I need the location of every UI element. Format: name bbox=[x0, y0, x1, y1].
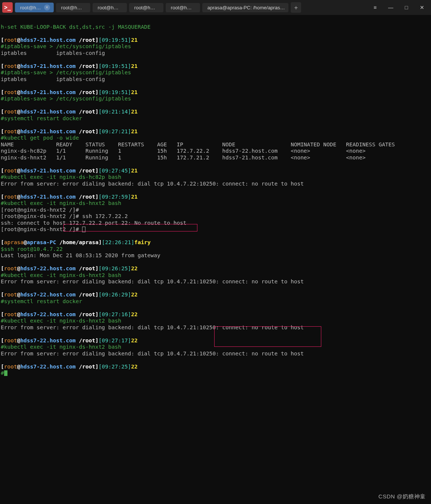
prompt-user: root bbox=[4, 292, 17, 298]
bracket: [ bbox=[1, 337, 4, 343]
prompt-num: 22 bbox=[131, 337, 137, 343]
bracket: [ bbox=[1, 265, 4, 271]
output-line: h-set KUBE-LOOP-BACK dst,dst,src -j MASQ… bbox=[1, 24, 151, 30]
prompt-host: hdss7-22.host.com bbox=[20, 311, 75, 317]
output-line: [root@nginx-ds-hnxt2 /]# ssh 172.7.22.2 bbox=[1, 213, 128, 219]
prompt-user: root bbox=[4, 265, 17, 271]
prompt-host: hdss7-22.host.com bbox=[20, 337, 75, 343]
bracket: [ bbox=[1, 128, 4, 134]
tab-3[interactable]: root@h… bbox=[93, 3, 127, 12]
command-line: #iptables-save > /etc/sysconfig/iptables bbox=[1, 43, 131, 49]
tab-5[interactable]: root@h… bbox=[166, 3, 200, 12]
prompt-host: hdss7-21.host.com bbox=[20, 128, 75, 134]
maximize-button[interactable]: □ bbox=[400, 2, 413, 13]
output-line: Error from server: error dialing backend… bbox=[1, 279, 304, 284]
prompt-user: root bbox=[4, 37, 17, 43]
tab-label: root@h… bbox=[20, 5, 41, 10]
titlebar: >_ root@h… × root@h… root@h… root@h… roo… bbox=[0, 0, 431, 15]
command-line: #kubectl exec -it nginx-ds-hnxt2 bash bbox=[1, 318, 121, 324]
prompt-user: root bbox=[4, 337, 17, 343]
bracket: [ bbox=[1, 364, 4, 370]
timestamp: [09:19:51] bbox=[99, 63, 131, 69]
prompt-num: 21 bbox=[131, 128, 137, 134]
command-line: $ssh root@10.4.7.22 bbox=[1, 246, 63, 252]
tab-label: aprasa@aprasa-PC: /home/apras… bbox=[207, 5, 285, 10]
bracket: [ bbox=[1, 292, 4, 298]
minimize-button[interactable]: — bbox=[384, 2, 397, 13]
prompt-host: hdss7-21.host.com bbox=[20, 63, 75, 69]
bracket: ] bbox=[95, 109, 99, 115]
prompt-host: hdss7-21.host.com bbox=[20, 168, 75, 174]
bracket: [ bbox=[1, 311, 4, 317]
output-line: Error from server: error dialing backend… bbox=[1, 324, 304, 330]
bracket: [ bbox=[1, 63, 4, 69]
cursor-icon bbox=[4, 370, 7, 376]
bracket: ] bbox=[99, 239, 102, 245]
prompt-path: /root bbox=[79, 168, 96, 174]
prompt-user: root bbox=[4, 194, 17, 200]
prompt-num: 22 bbox=[131, 364, 137, 370]
timestamp: [09:26:25] bbox=[99, 265, 131, 271]
tab-2[interactable]: root@h… bbox=[56, 3, 90, 12]
prompt-path: /root bbox=[79, 128, 96, 134]
output-line: iptables iptables-config bbox=[1, 76, 105, 82]
prompt-path: /root bbox=[79, 63, 96, 69]
prompt-user: root bbox=[4, 311, 17, 317]
bracket: [ bbox=[1, 37, 4, 43]
timestamp: [09:19:51] bbox=[99, 37, 131, 43]
command-line: #iptables-save > /etc/sysconfig/iptables bbox=[1, 69, 131, 75]
terminal-output[interactable]: h-set KUBE-LOOP-BACK dst,dst,src -j MASQ… bbox=[0, 15, 431, 391]
prompt-num: 21 bbox=[131, 63, 137, 69]
bracket: ] bbox=[95, 89, 99, 95]
new-tab-button[interactable]: + bbox=[291, 2, 301, 13]
hamburger-icon[interactable]: ≡ bbox=[368, 2, 382, 13]
command-line: #kubectl exec -it nginx-ds-hnxt2 bash bbox=[1, 344, 121, 350]
timestamp: [09:21:14] bbox=[99, 109, 131, 115]
bracket: ] bbox=[95, 37, 99, 43]
tab-4[interactable]: root@h… bbox=[129, 3, 163, 12]
tab-label: root@h… bbox=[98, 5, 119, 10]
command-line: #kubectl exec -it nginx-ds-hnxt2 bash bbox=[1, 272, 121, 278]
prompt-path: /root bbox=[79, 194, 96, 200]
bracket: [ bbox=[1, 194, 4, 200]
tab-6[interactable]: aprasa@aprasa-PC: /home/apras… bbox=[202, 3, 289, 12]
timestamp: [22:26:21] bbox=[102, 239, 134, 245]
bracket: ] bbox=[95, 63, 99, 69]
bracket: ] bbox=[95, 337, 99, 343]
prompt-path: /root bbox=[79, 265, 96, 271]
cursor-icon bbox=[82, 227, 85, 232]
output-line: [root@nginx-ds-hnxt2 /]# bbox=[1, 207, 79, 213]
prompt-name: fairy bbox=[134, 239, 151, 245]
prompt-user: root bbox=[4, 128, 17, 134]
prompt-user: root bbox=[4, 168, 17, 174]
prompt-num: 21 bbox=[131, 194, 137, 200]
prompt-path: /root bbox=[79, 89, 96, 95]
close-button[interactable]: ✕ bbox=[415, 2, 429, 13]
prompt-user: root bbox=[4, 364, 17, 370]
prompt-num: 21 bbox=[131, 89, 137, 95]
prompt-num: 22 bbox=[131, 292, 137, 298]
prompt-path: /root bbox=[79, 364, 96, 370]
bracket: [ bbox=[1, 239, 4, 245]
prompt-path: /root bbox=[79, 292, 96, 298]
output-line: iptables iptables-config bbox=[1, 50, 105, 56]
prompt-host: hdss7-22.host.com bbox=[20, 364, 75, 370]
prompt-num: 21 bbox=[131, 109, 137, 115]
command-line: #iptables-save > /etc/sysconfig/iptables bbox=[1, 96, 131, 102]
prompt-path: /root bbox=[79, 37, 96, 43]
bracket: ] bbox=[95, 311, 99, 317]
bracket: [ bbox=[1, 109, 4, 115]
output-line: ssh: connect to host 172.7.22.2 port 22:… bbox=[1, 220, 187, 226]
prompt-user: aprasa bbox=[4, 239, 24, 245]
terminal-app-icon[interactable]: >_ bbox=[2, 2, 13, 13]
output-line: Last login: Mon Dec 21 08:53:15 2020 fro… bbox=[1, 252, 160, 258]
prompt-user: root bbox=[4, 109, 17, 115]
command-line: #kubectl exec -it nginx-ds-hnxt2 bash bbox=[1, 200, 121, 206]
output-line: Error from server: error dialing backend… bbox=[1, 181, 304, 187]
command-line: #kubectl get pod -o wide bbox=[1, 135, 79, 141]
tab-1[interactable]: root@h… × bbox=[15, 3, 54, 12]
bracket: [ bbox=[1, 168, 4, 174]
close-icon[interactable]: × bbox=[44, 4, 50, 10]
table-row: nginx-ds-hnxt2 1/1 Running 1 15h 172.7.2… bbox=[1, 155, 366, 161]
prompt-user: root bbox=[4, 89, 17, 95]
